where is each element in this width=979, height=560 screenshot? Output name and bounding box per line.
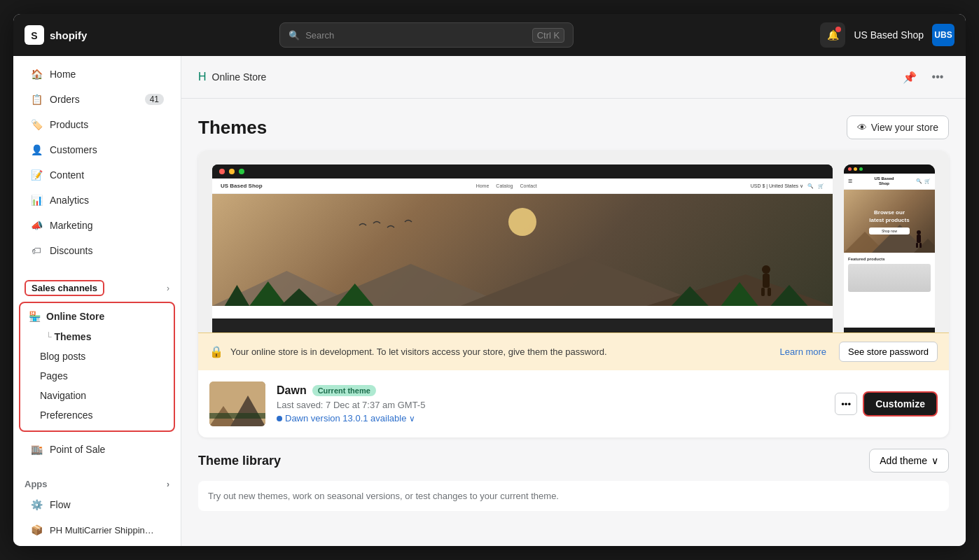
tree-connector: └ (46, 332, 52, 342)
store-avatar[interactable]: UBS (932, 24, 954, 46)
online-store-subitem-preferences[interactable]: Preferences (20, 405, 174, 425)
sidebar-item-products[interactable]: 🏷️ Products (19, 113, 175, 136)
svg-marker-6 (225, 285, 249, 306)
svg-rect-23 (919, 243, 922, 248)
library-title: Theme library (198, 454, 281, 468)
mobile-hero: Browse ourlatest products Shop now (844, 190, 935, 253)
mobile-store-name: US BasedShop (874, 176, 894, 186)
version-dot (277, 416, 282, 421)
sidebar-item-ph-multicarrier[interactable]: 📦 PH MultiCarrier Shipping ... (19, 518, 175, 542)
preferences-label: Preferences (40, 410, 92, 421)
min-dot (229, 169, 235, 174)
svg-marker-8 (280, 288, 317, 306)
online-store-label: Online Store (46, 311, 104, 322)
sidebar-item-content[interactable]: 📝 Content (19, 163, 175, 187)
svg-marker-10 (672, 286, 709, 306)
home-icon: 🏠 (30, 68, 43, 80)
main-content: H Online Store 📌 ••• Themes 👁 View your … (181, 56, 966, 546)
sales-channels-label: Sales channels (25, 280, 104, 296)
notifications-button[interactable]: 🔔 (820, 22, 845, 48)
mock-nav-links: Home Catalog Contact (476, 183, 537, 188)
trees-svg (212, 278, 833, 306)
mock-sun (508, 208, 536, 236)
sales-channels-header: Sales channels › (13, 274, 181, 299)
theme-library-section: Theme library Add theme ∨ Try out new th… (181, 449, 966, 522)
online-store-subitem-navigation[interactable]: Navigation (20, 386, 174, 405)
marketing-icon: 📣 (30, 219, 43, 232)
sidebar-item-pos[interactable]: 🏬 Point of Sale (19, 438, 175, 461)
ph-label: PH MultiCarrier Shipping ... (50, 525, 155, 536)
svg-marker-11 (721, 282, 758, 306)
view-store-button[interactable]: 👁 View your store (847, 115, 949, 139)
svg-rect-21 (917, 234, 921, 243)
theme-thumbnail-preview (209, 382, 265, 426)
mock-catalog-link: Catalog (496, 183, 513, 188)
preview-area: US Based Shop Home Catalog Contact USD $… (198, 150, 949, 332)
theme-info: Dawn Current theme Last saved: 7 Dec at … (277, 384, 824, 424)
sidebar-item-home[interactable]: 🏠 Home (19, 62, 175, 86)
online-store-icon: 🏪 (29, 311, 41, 322)
navigation-label: Navigation (40, 390, 86, 401)
search-shortcut: Ctrl K (532, 28, 565, 43)
more-options-button[interactable]: ••• (926, 66, 949, 88)
sidebar-label-orders: Orders (50, 94, 80, 105)
mobile-products-section: Featured products (844, 253, 935, 296)
online-store-subitem-themes[interactable]: └ Themes (20, 327, 174, 346)
mobile-hero-text: Browse ourlatest products (869, 209, 909, 224)
mobile-shop-btn: Shop now (869, 227, 909, 234)
page-title: Themes (198, 117, 267, 139)
person-svg (756, 264, 777, 299)
discounts-icon: 🏷 (30, 244, 43, 257)
sidebar-item-flow[interactable]: ⚙️ Flow (19, 493, 175, 517)
mobile-icons: 🔍 🛒 (916, 178, 931, 184)
view-store-label: View your store (871, 122, 938, 133)
current-theme-badge: Current theme (312, 385, 376, 396)
online-store-group: 🏪 Online Store └ Themes Blog posts Pages (19, 302, 175, 432)
pos-icon: 🏬 (30, 443, 43, 456)
mock-contact-link: Contact (520, 183, 536, 188)
mock-header-right: USD $ | United States ∨ 🔍 🛒 (751, 183, 824, 189)
mobile-close (848, 167, 852, 171)
sidebar-item-customers[interactable]: 👤 Customers (19, 138, 175, 162)
mock-home-link: Home (476, 183, 490, 188)
breadcrumb-icon: H (198, 71, 207, 83)
library-desc-text: Try out new themes, work on seasonal ver… (208, 491, 559, 501)
sidebar-item-discounts[interactable]: 🏷 Discounts (19, 239, 175, 262)
mobile-product-img (848, 264, 931, 292)
browser-screen: US Based Shop Home Catalog Contact USD $… (212, 178, 833, 318)
flow-icon: ⚙️ (30, 498, 43, 511)
theme-more-button[interactable]: ••• (835, 393, 857, 415)
mobile-person (913, 230, 924, 249)
themes-label: Themes (55, 331, 92, 342)
pin-button[interactable]: 📌 (898, 66, 921, 88)
sidebar-item-marketing[interactable]: 📣 Marketing (19, 214, 175, 237)
max-dot (239, 169, 244, 174)
add-theme-label: Add theme (880, 455, 927, 466)
chevron-down-icon-2: ∨ (931, 455, 938, 466)
search-bar[interactable]: 🔍 Search Ctrl K (279, 22, 574, 48)
customize-button[interactable]: Customize (863, 391, 938, 416)
chevron-down-icon: ∨ (409, 414, 415, 424)
sidebar-item-analytics[interactable]: 📊 Analytics (19, 188, 175, 212)
sidebar-item-orders[interactable]: 📋 Orders 41 (19, 88, 175, 111)
dev-warning-text: Your online store is in development. To … (230, 346, 773, 357)
ellipsis-icon: ••• (841, 399, 851, 410)
online-store-subitem-blogposts[interactable]: Blog posts (20, 346, 174, 366)
svg-point-20 (917, 230, 921, 234)
mock-currency: USD $ | United States ∨ (751, 183, 803, 189)
learn-more-link[interactable]: Learn more (780, 346, 826, 357)
mock-cart: 🛒 (818, 183, 824, 189)
apps-expand-icon[interactable]: › (167, 479, 169, 489)
add-theme-button[interactable]: Add theme ∨ (869, 449, 949, 472)
dev-warning-bar: 🔒 Your online store is in development. T… (198, 332, 949, 370)
pages-label: Pages (40, 370, 68, 382)
online-store-subitem-pages[interactable]: Pages (20, 366, 174, 386)
topbar-right: 🔔 US Based Shop UBS (820, 22, 954, 48)
sales-channels-expand-icon[interactable]: › (167, 284, 169, 293)
online-store-nav-item[interactable]: 🏪 Online Store (20, 306, 174, 327)
see-password-button[interactable]: See store password (839, 342, 938, 362)
sidebar-label-products: Products (50, 119, 88, 130)
orders-icon: 📋 (30, 93, 43, 106)
logo-text: shopify (50, 29, 87, 41)
breadcrumb-text: Online Store (212, 71, 267, 83)
